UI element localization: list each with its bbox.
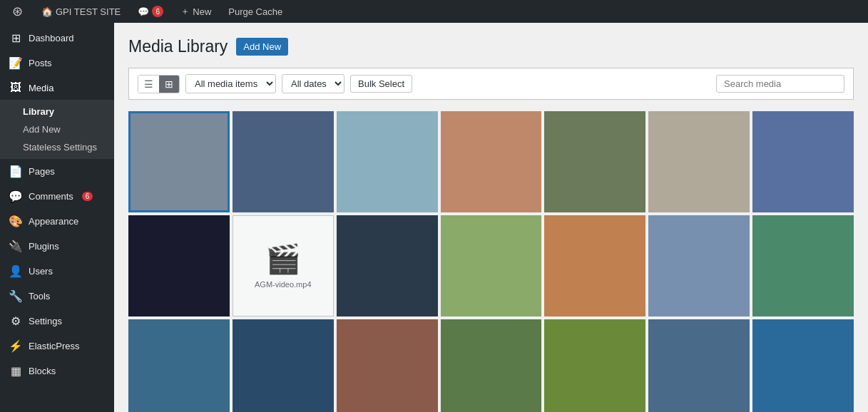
media-item[interactable] [441,215,542,316]
image-placeholder [441,215,542,316]
image-placeholder [752,215,854,316]
media-item[interactable] [544,319,645,412]
sidebar-item-settings[interactable]: ⚙ Settings [0,309,114,334]
sidebar-item-elasticpress[interactable]: ⚡ ElasticPress [0,334,114,359]
sidebar-label-media: Media [29,83,53,93]
search-media-input[interactable] [716,75,844,93]
sidebar-item-tools[interactable]: 🔧 Tools [0,284,114,309]
admin-bar: ⊛ 🏠 GPI TEST SITE 💬 6 ＋ New Purge Cache [0,0,868,23]
list-view-icon: ☰ [144,78,153,90]
wp-logo-icon: ⊛ [10,4,24,19]
new-label: New [193,6,211,17]
media-item[interactable] [752,319,854,412]
media-item[interactable] [337,215,438,316]
sidebar-item-plugins[interactable]: 🔌 Plugins [0,234,114,259]
pages-icon: 📄 [9,165,23,178]
image-placeholder [752,111,854,212]
media-submenu: Library Add New Stateless Settings [0,100,114,159]
sidebar-item-appearance[interactable]: 🎨 Appearance [0,209,114,234]
site-name-link[interactable]: 🏠 GPI TEST SITE [37,4,125,20]
media-icon: 🖼 [9,81,23,94]
purge-cache-label: Purge Cache [228,6,282,17]
new-content-link[interactable]: ＋ New [176,2,215,21]
image-placeholder [441,111,542,212]
sidebar-label-dashboard: Dashboard [29,33,74,43]
sidebar-item-users[interactable]: 👤 Users [0,259,114,284]
sidebar-item-blocks[interactable]: ▦ Blocks [0,359,114,383]
image-placeholder [544,215,645,316]
media-item[interactable] [128,319,230,412]
site-name: GPI TEST SITE [56,6,121,17]
plugins-icon: 🔌 [9,240,23,253]
media-item[interactable] [648,111,750,212]
sidebar-item-pages[interactable]: 📄 Pages [0,159,114,184]
image-placeholder [128,319,230,412]
media-item[interactable] [648,319,750,412]
appearance-icon: 🎨 [9,215,23,228]
content-area: Media Library Add New ☰ ⊞ All media item… [114,23,868,412]
dashboard-icon: ⊞ [9,31,23,45]
sidebar-label-pages: Pages [29,166,55,177]
image-placeholder [648,215,750,316]
add-new-button[interactable]: Add New [236,38,288,56]
media-item[interactable] [441,111,542,212]
media-toolbar: ☰ ⊞ All media items Images Video All dat… [128,68,854,100]
media-item[interactable] [752,111,854,212]
comments-icon: 💬 [138,6,149,17]
filter-media-type-select[interactable]: All media items Images Video [185,74,276,93]
media-item[interactable] [337,111,438,212]
sidebar-label-plugins: Plugins [29,241,59,252]
media-item[interactable] [233,111,334,212]
elasticpress-icon: ⚡ [9,339,23,353]
media-item[interactable] [441,319,542,412]
video-label: AGM-video.mp4 [252,280,314,289]
media-item[interactable] [544,111,645,212]
posts-icon: 📝 [9,56,23,70]
comments-link[interactable]: 💬 6 [133,3,168,20]
submenu-add-new[interactable]: Add New [0,120,114,138]
comments-nav-badge: 6 [82,192,93,201]
wp-logo[interactable]: ⊛ [6,1,29,21]
submenu-stateless-settings[interactable]: Stateless Settings [0,138,114,156]
image-placeholder [337,215,438,316]
bulk-select-button[interactable]: Bulk Select [350,75,412,93]
tools-icon: 🔧 [9,289,23,303]
purge-cache-link[interactable]: Purge Cache [224,4,287,20]
media-item[interactable] [128,111,230,212]
main-wrapper: ⊞ Dashboard 📝 Posts 🖼 Media Library Add … [0,23,868,412]
sidebar-item-comments[interactable]: 💬 Comments 6 [0,184,114,209]
page-title: Media Library [128,37,228,56]
sidebar-label-blocks: Blocks [29,366,56,376]
list-view-button[interactable]: ☰ [138,76,159,93]
media-item[interactable] [648,215,750,316]
sidebar-item-media[interactable]: 🖼 Media [0,76,114,100]
sidebar-item-posts[interactable]: 📝 Posts [0,51,114,76]
image-placeholder [233,319,334,412]
sidebar-label-settings: Settings [29,316,62,326]
sidebar-item-dashboard[interactable]: ⊞ Dashboard [0,26,114,51]
submenu-library[interactable]: Library [0,103,114,120]
sidebar-label-tools: Tools [29,291,50,302]
users-icon: 👤 [9,264,23,278]
image-placeholder [752,319,854,412]
media-grid: 🎬 AGM-video.mp4 [128,111,854,412]
sidebar-label-elasticpress: ElasticPress [29,341,80,351]
image-placeholder [128,215,230,316]
comments-nav-icon: 💬 [9,190,23,203]
filter-dates-select[interactable]: All dates [282,74,344,93]
image-placeholder [544,319,645,412]
comments-badge: 6 [152,6,163,17]
media-item[interactable] [233,319,334,412]
media-item[interactable] [128,215,230,316]
media-item[interactable]: 🎬 AGM-video.mp4 [233,215,334,316]
grid-view-button[interactable]: ⊞ [159,76,179,93]
page-header: Media Library Add New [128,37,854,56]
media-item[interactable] [337,319,438,412]
image-placeholder [544,111,645,212]
image-placeholder [337,111,438,212]
sidebar: ⊞ Dashboard 📝 Posts 🖼 Media Library Add … [0,23,114,412]
media-item[interactable] [544,215,645,316]
image-placeholder [441,319,542,412]
media-item[interactable] [752,215,854,316]
plus-icon: ＋ [180,5,190,18]
